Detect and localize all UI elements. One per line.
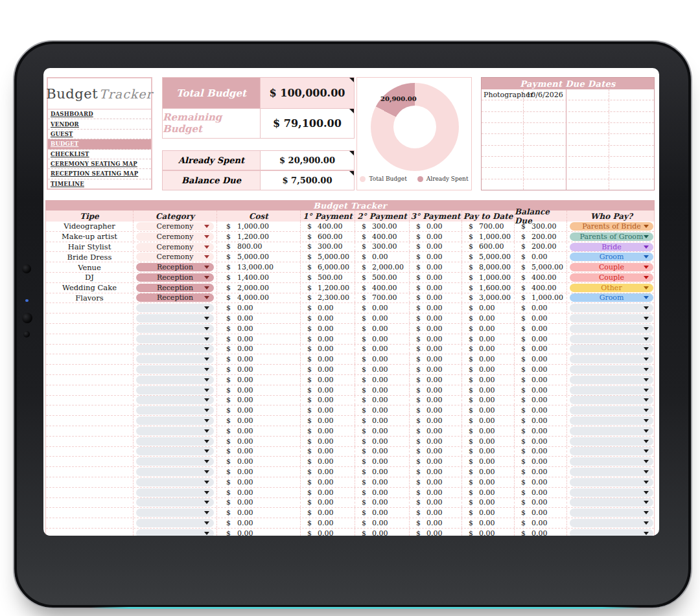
cost-cell[interactable]: $0.00 [217, 405, 301, 415]
payment3-cell[interactable]: $0.00 [410, 365, 462, 374]
cost-cell[interactable]: $0.00 [217, 314, 301, 323]
who-pays-select[interactable]: Parents of Bride [570, 222, 653, 231]
dropdown-arrow-icon[interactable] [644, 532, 649, 535]
payment1-cell[interactable]: $0.00 [301, 437, 355, 446]
payment1-cell[interactable]: $2,300.00 [301, 293, 355, 303]
dropdown-arrow-icon[interactable] [204, 470, 209, 473]
payment3-cell[interactable]: $0.00 [410, 303, 462, 313]
payment3-cell[interactable]: $0.00 [410, 273, 462, 282]
category-select[interactable] [136, 406, 214, 415]
cost-cell[interactable]: $0.00 [217, 498, 301, 508]
cost-cell[interactable]: $1,000.00 [217, 222, 301, 231]
total-budget-value[interactable]: $ 100,000.00 [260, 78, 354, 108]
dropdown-arrow-icon[interactable] [644, 398, 649, 402]
balance-due-cell[interactable]: $300.00 [515, 222, 567, 231]
pay-to-date-cell[interactable]: $0.00 [462, 518, 515, 528]
payment3-cell[interactable]: $0.00 [410, 457, 462, 466]
payment1-cell[interactable]: $0.00 [301, 529, 355, 536]
payment1-cell[interactable]: $1,200.00 [301, 283, 355, 293]
balance-due-cell[interactable]: $0.00 [515, 345, 567, 354]
who-pays-select[interactable]: Other [570, 284, 653, 292]
pay-to-date-cell[interactable]: $0.00 [462, 416, 515, 426]
payment2-cell[interactable]: $300.00 [355, 242, 410, 252]
payment1-cell[interactable]: $0.00 [301, 405, 355, 415]
type-cell[interactable] [46, 488, 134, 497]
pay-to-date-cell[interactable]: $3,000.00 [462, 293, 515, 303]
dropdown-arrow-icon[interactable] [644, 296, 649, 299]
dropdown-arrow-icon[interactable] [204, 266, 209, 269]
sidebar-item-dashboard[interactable]: DASHBOARD [48, 109, 151, 119]
type-cell[interactable] [46, 385, 134, 395]
dropdown-arrow-icon[interactable] [644, 266, 649, 269]
pay-to-date-cell[interactable]: $0.00 [462, 477, 515, 487]
balance-due-cell[interactable]: $0.00 [515, 416, 567, 426]
dropdown-arrow-icon[interactable] [204, 255, 209, 258]
dropdown-arrow-icon[interactable] [204, 306, 209, 310]
category-select[interactable]: Ceremony [136, 233, 214, 241]
category-select[interactable] [136, 508, 214, 517]
pay-to-date-cell[interactable]: $0.00 [462, 354, 515, 364]
cost-cell[interactable]: $0.00 [217, 354, 301, 364]
payment-cell[interactable] [609, 100, 654, 111]
payment3-cell[interactable]: $0.00 [410, 447, 462, 457]
payment3-cell[interactable]: $0.00 [410, 385, 462, 395]
balance-due-cell[interactable]: $0.00 [515, 447, 567, 457]
payment1-cell[interactable]: $0.00 [301, 385, 355, 395]
pay-to-date-cell[interactable]: $0.00 [462, 467, 515, 477]
payment-vendor-cell[interactable] [482, 179, 524, 190]
dropdown-arrow-icon[interactable] [644, 440, 649, 443]
category-select[interactable] [136, 345, 214, 353]
dropdown-arrow-icon[interactable] [204, 245, 209, 249]
dropdown-arrow-icon[interactable] [204, 286, 209, 290]
balance-due-cell[interactable]: $0.00 [515, 354, 567, 364]
type-cell[interactable] [46, 447, 134, 457]
payment-vendor-cell[interactable] [482, 157, 524, 167]
dropdown-arrow-icon[interactable] [204, 429, 209, 433]
type-cell[interactable] [46, 396, 134, 405]
payment-cell[interactable] [609, 168, 654, 178]
category-select[interactable] [136, 457, 214, 466]
who-pays-select[interactable]: Groom [570, 253, 653, 261]
pay-to-date-cell[interactable]: $700.00 [462, 222, 515, 231]
dropdown-arrow-icon[interactable] [644, 491, 649, 494]
payment-cell[interactable] [566, 157, 609, 167]
dropdown-arrow-icon[interactable] [644, 327, 649, 330]
pay-to-date-cell[interactable]: $0.00 [462, 488, 515, 497]
cost-cell[interactable]: $0.00 [217, 447, 301, 457]
payment1-cell[interactable]: $0.00 [301, 457, 355, 466]
payment-cell[interactable] [566, 123, 609, 133]
dropdown-arrow-icon[interactable] [204, 337, 209, 341]
dropdown-arrow-icon[interactable] [644, 511, 649, 514]
category-select[interactable]: Reception [136, 263, 214, 271]
pay-to-date-cell[interactable]: $1,000.00 [462, 273, 515, 282]
payment2-cell[interactable]: $0.00 [355, 426, 410, 436]
pay-to-date-cell[interactable]: $0.00 [462, 437, 515, 446]
cost-cell[interactable]: $0.00 [217, 396, 301, 405]
cost-cell[interactable]: $0.00 [217, 375, 301, 385]
balance-due-cell[interactable]: $0.00 [515, 396, 567, 405]
payment1-cell[interactable]: $0.00 [301, 477, 355, 487]
type-cell[interactable] [46, 303, 134, 313]
dropdown-arrow-icon[interactable] [644, 409, 649, 412]
dropdown-arrow-icon[interactable] [204, 532, 209, 535]
dropdown-arrow-icon[interactable] [644, 337, 649, 341]
payment3-cell[interactable]: $0.00 [410, 498, 462, 508]
cost-cell[interactable]: $0.00 [217, 488, 301, 497]
cost-cell[interactable]: $0.00 [217, 426, 301, 436]
payment1-cell[interactable]: $0.00 [301, 375, 355, 385]
payment2-cell[interactable]: $0.00 [355, 498, 410, 508]
payment2-cell[interactable]: $0.00 [355, 405, 410, 415]
cost-cell[interactable]: $0.00 [217, 385, 301, 395]
cost-cell[interactable]: $0.00 [217, 467, 301, 477]
cost-cell[interactable]: $0.00 [217, 334, 301, 344]
dropdown-arrow-icon[interactable] [644, 347, 649, 350]
payment2-cell[interactable]: $500.00 [355, 273, 410, 282]
payment3-cell[interactable]: $0.00 [410, 283, 462, 293]
pay-to-date-cell[interactable]: $0.00 [462, 334, 515, 344]
payment1-cell[interactable]: $0.00 [301, 467, 355, 477]
balance-due-cell[interactable]: $0.00 [515, 385, 567, 395]
dropdown-arrow-icon[interactable] [204, 276, 209, 279]
payment2-cell[interactable]: $0.00 [355, 314, 410, 323]
payment2-cell[interactable]: $0.00 [355, 508, 410, 518]
who-pays-select[interactable] [570, 325, 653, 333]
